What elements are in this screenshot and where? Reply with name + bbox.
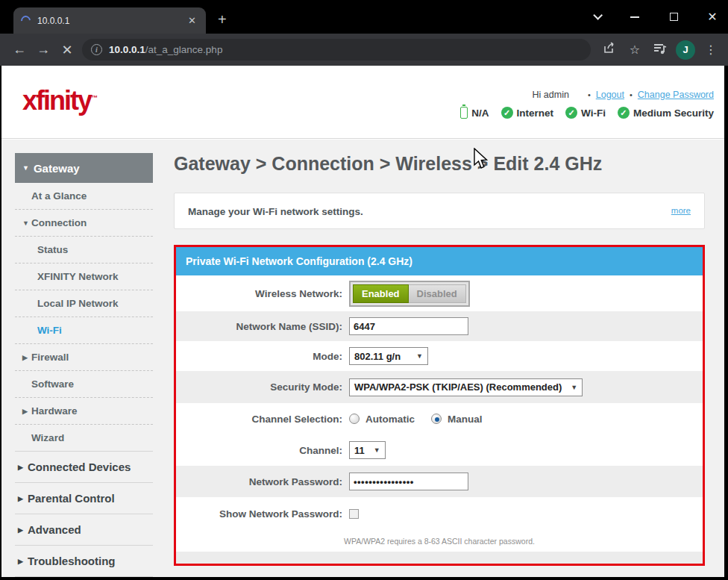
sidebar-item-firewall[interactable]: ▶Firewall bbox=[15, 344, 153, 371]
sidebar-item-troubleshooting[interactable]: ▶Troubleshooting bbox=[15, 545, 153, 577]
sidebar-nav: ▼ Gateway At a Glance ▼Connection Status… bbox=[15, 153, 153, 577]
security-mode-row: Security Mode: WPA/WPA2-PSK (TKIP/AES) (… bbox=[176, 371, 703, 403]
description-box: Manage your Wi-Fi network settings. more bbox=[174, 193, 705, 229]
new-tab-button[interactable]: + bbox=[218, 12, 227, 27]
check-icon: ✓ bbox=[565, 107, 577, 119]
panel-footer-bar bbox=[176, 552, 703, 566]
logout-link[interactable]: Logout bbox=[596, 90, 624, 100]
url-domain: 10.0.0.1 bbox=[109, 44, 145, 55]
internet-status-label: Internet bbox=[517, 107, 554, 119]
browser-window: 10.0.0.1 ✕ + ✕ ← → ✕ i 10.0.0.1 /at_a_gl… bbox=[0, 0, 728, 580]
more-link[interactable]: more bbox=[671, 206, 691, 215]
disabled-button[interactable]: Disabled bbox=[409, 284, 466, 303]
sidebar-item-software[interactable]: Software bbox=[15, 371, 153, 398]
sidebar-item-gateway[interactable]: ▼ Gateway bbox=[15, 153, 153, 183]
browser-tab[interactable]: 10.0.0.1 ✕ bbox=[13, 7, 206, 34]
sidebar-item-connected-devices[interactable]: ▶Connected Devices bbox=[15, 451, 153, 482]
sidebar-item-label: Gateway bbox=[34, 162, 80, 175]
wireless-network-row: Wireless Network: Enabled Disabled bbox=[176, 275, 703, 311]
channel-selection-row: Channel Selection: Automatic Manual bbox=[176, 403, 703, 434]
browser-titlebar: 10.0.0.1 ✕ + ✕ bbox=[0, 0, 728, 34]
tab-title: 10.0.0.1 bbox=[37, 16, 186, 26]
router-admin-page: xfinity™ Hi admin • Logout • Change Pass… bbox=[1, 66, 724, 577]
xfinity-logo: xfinity™ bbox=[22, 85, 98, 116]
show-password-checkbox[interactable] bbox=[349, 509, 359, 519]
main-content: Gateway > Connection > Wireless > Edit 2… bbox=[174, 147, 705, 577]
check-icon: ✓ bbox=[501, 107, 513, 119]
mouse-cursor bbox=[473, 148, 489, 173]
manual-radio[interactable] bbox=[431, 414, 442, 424]
mode-select[interactable]: 802.11 g/n ▼ bbox=[349, 347, 428, 365]
check-icon: ✓ bbox=[618, 107, 630, 119]
manual-radio-label: Manual bbox=[448, 414, 483, 425]
chevron-down-icon: ▼ bbox=[416, 352, 423, 360]
loading-spinner-icon bbox=[19, 13, 32, 27]
stop-loading-button[interactable]: ✕ bbox=[55, 42, 79, 58]
mode-row: Mode: 802.11 g/n ▼ bbox=[176, 341, 703, 371]
security-mode-label: Security Mode: bbox=[176, 381, 349, 393]
sidebar-item-advanced[interactable]: ▶Advanced bbox=[15, 514, 153, 545]
network-password-label: Network Password: bbox=[176, 476, 349, 487]
close-window-button[interactable]: ✕ bbox=[707, 12, 718, 22]
show-password-row: Show Network Password: bbox=[176, 497, 703, 530]
chevron-down-icon: ▼ bbox=[374, 446, 380, 454]
kebab-menu-icon[interactable]: ⋮ bbox=[701, 43, 721, 57]
profile-avatar[interactable]: J bbox=[676, 40, 695, 60]
separator-bullet: • bbox=[588, 90, 591, 99]
mode-select-value: 802.11 g/n bbox=[354, 351, 401, 362]
site-header: xfinity™ Hi admin • Logout • Change Pass… bbox=[1, 66, 724, 139]
tab-search-chevron-icon[interactable] bbox=[591, 12, 601, 22]
greeting-text: Hi admin bbox=[533, 90, 569, 100]
wireless-network-label: Wireless Network: bbox=[176, 288, 349, 299]
browser-toolbar: ← → ✕ i 10.0.0.1 /at_a_glance.php ☆ J ⋮ bbox=[0, 34, 728, 66]
security-mode-select[interactable]: WPA/WPA2-PSK (TKIP/AES) (Recommended) ▼ bbox=[349, 378, 583, 396]
network-password-input[interactable] bbox=[349, 473, 468, 490]
sidebar-item-connection[interactable]: ▼Connection bbox=[15, 210, 153, 237]
breadcrumb-title: Gateway > Connection > Wireless > Edit 2… bbox=[174, 153, 705, 175]
sidebar-item-xfinity-network[interactable]: XFINITY Network bbox=[15, 264, 153, 290]
channel-row: Channel: 11 ▼ bbox=[176, 434, 703, 466]
chevron-right-icon: ▶ bbox=[18, 526, 23, 534]
channel-label: Channel: bbox=[176, 445, 349, 456]
url-bar[interactable]: i 10.0.0.1 /at_a_glance.php bbox=[82, 39, 591, 60]
password-note-row: WPA/WPA2 requires a 8-63 ASCII character… bbox=[176, 530, 703, 552]
ssid-row: Network Name (SSID): bbox=[176, 311, 703, 341]
back-button[interactable]: ← bbox=[7, 42, 31, 57]
forward-button[interactable]: → bbox=[31, 42, 55, 57]
chevron-right-icon: ▶ bbox=[22, 354, 28, 361]
chevron-down-icon: ▼ bbox=[22, 164, 29, 172]
battery-icon bbox=[460, 107, 468, 119]
wifi-config-panel: Private Wi-Fi Network Configuration (2.4… bbox=[174, 245, 705, 566]
minimize-button[interactable] bbox=[630, 12, 640, 22]
sidebar-item-local-ip-network[interactable]: Local IP Network bbox=[15, 290, 153, 317]
sidebar-item-wizard[interactable]: Wizard bbox=[15, 425, 153, 451]
ssid-label: Network Name (SSID): bbox=[176, 321, 349, 332]
sidebar-item-at-a-glance[interactable]: At a Glance bbox=[15, 183, 153, 210]
network-password-row: Network Password: bbox=[176, 466, 703, 497]
sidebar-item-hardware[interactable]: ▶Hardware bbox=[15, 398, 153, 425]
sidebar-item-status[interactable]: Status bbox=[15, 237, 153, 264]
maximize-button[interactable] bbox=[668, 12, 679, 22]
change-password-link[interactable]: Change Password bbox=[638, 90, 714, 100]
site-info-icon[interactable]: i bbox=[91, 44, 102, 55]
channel-select-value: 11 bbox=[354, 445, 365, 456]
media-controls-icon[interactable] bbox=[650, 43, 670, 57]
sidebar-item-wifi[interactable]: Wi-Fi bbox=[15, 317, 153, 344]
sidebar-item-parental-control[interactable]: ▶Parental Control bbox=[15, 482, 153, 514]
wifi-status-label: Wi-Fi bbox=[581, 107, 606, 119]
bookmark-star-icon[interactable]: ☆ bbox=[625, 43, 644, 57]
ssid-input[interactable] bbox=[349, 317, 468, 335]
share-icon[interactable] bbox=[600, 42, 619, 57]
automatic-radio-label: Automatic bbox=[365, 414, 415, 425]
tab-close-icon[interactable]: ✕ bbox=[186, 15, 198, 26]
automatic-radio[interactable] bbox=[349, 414, 360, 424]
enabled-button[interactable]: Enabled bbox=[353, 284, 409, 303]
chevron-right-icon: ▶ bbox=[22, 408, 28, 415]
security-mode-select-value: WPA/WPA2-PSK (TKIP/AES) (Recommended) bbox=[354, 381, 562, 393]
password-requirements-note: WPA/WPA2 requires a 8-63 ASCII character… bbox=[344, 537, 535, 546]
panel-title: Private Wi-Fi Network Configuration (2.4… bbox=[176, 247, 703, 275]
channel-select[interactable]: 11 ▼ bbox=[349, 441, 386, 459]
chevron-right-icon: ▶ bbox=[18, 495, 23, 502]
mode-label: Mode: bbox=[176, 351, 349, 362]
trademark-symbol: ™ bbox=[91, 94, 98, 102]
